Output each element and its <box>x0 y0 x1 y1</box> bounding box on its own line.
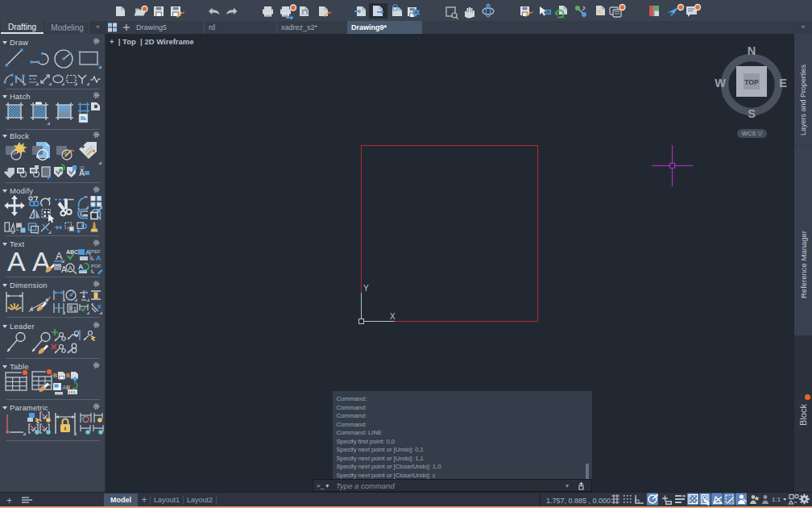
svg-text:B: B <box>66 385 70 390</box>
svg-text:ABC: ABC <box>66 249 78 255</box>
svg-text:1: 1 <box>60 263 62 268</box>
svg-text:A: A <box>56 250 63 262</box>
svg-text:A: A <box>96 254 102 262</box>
svg-text:A: A <box>78 263 84 271</box>
svg-text:Y: Y <box>363 284 369 293</box>
svg-text:E: E <box>779 77 787 90</box>
svg-text:X: X <box>390 312 396 321</box>
svg-text:TOP: TOP <box>744 78 759 86</box>
svg-text:POF: POF <box>91 264 102 269</box>
svg-text:A: A <box>79 169 85 177</box>
svg-text:1:1: 1:1 <box>772 496 781 503</box>
svg-text:B: B <box>53 373 57 378</box>
svg-text:A: A <box>68 264 73 272</box>
svg-text:1: 1 <box>73 306 77 312</box>
svg-text:A: A <box>7 246 26 277</box>
svg-text:N: N <box>748 44 756 57</box>
svg-text:B: B <box>66 373 70 378</box>
svg-text:S: S <box>748 107 756 120</box>
svg-text:X: X <box>97 304 102 310</box>
svg-text:W: W <box>715 77 726 90</box>
